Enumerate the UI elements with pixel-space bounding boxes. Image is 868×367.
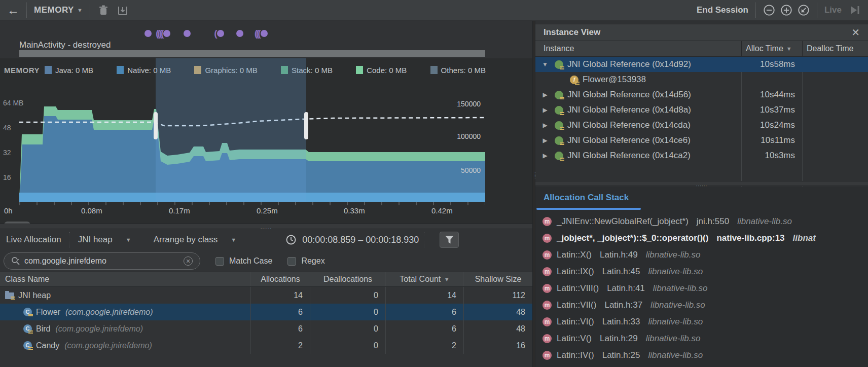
column-alloc-time[interactable]: Alloc Time▼ xyxy=(741,41,802,56)
column-dealloc-time[interactable]: Dealloc Time xyxy=(802,41,868,56)
instance-row[interactable]: ▶JNI Global Reference (0x14ca2) 10s3ms xyxy=(535,148,868,163)
filter-button[interactable] xyxy=(440,232,459,248)
instance-row[interactable]: ▶JNI Global Reference (0x14d8a) 10s37ms xyxy=(535,102,868,118)
horizontal-splitter[interactable]: :::::: xyxy=(0,224,532,229)
stack-frame[interactable]: mLatin::IV()Latin.h:25libnative-lib.so xyxy=(535,347,868,363)
touch-event-icon xyxy=(163,30,170,37)
stack-frame-selected[interactable]: m_jobject*, _jobject*)::$_0::operator()(… xyxy=(535,230,868,246)
x-axis-tick: 0h xyxy=(4,206,13,215)
heap-dropdown[interactable]: JNI heap▼ xyxy=(78,232,131,247)
live-button[interactable]: Live xyxy=(824,5,842,15)
method-icon: m xyxy=(542,317,552,326)
reset-zoom-icon[interactable] xyxy=(798,4,810,16)
regex-option[interactable]: Regex xyxy=(287,256,324,266)
column-shallow-size[interactable]: Shallow Size xyxy=(463,272,532,286)
touch-ripple-icon: ( xyxy=(214,28,215,39)
native-swatch-icon xyxy=(117,66,124,74)
column-class-name[interactable]: Class Name xyxy=(0,275,250,284)
zoom-in-icon[interactable] xyxy=(780,4,792,16)
count-axis-tick: 100000 xyxy=(450,132,481,140)
touch-event-icon xyxy=(184,30,191,37)
touch-event-icon xyxy=(217,30,224,37)
instance-row[interactable]: ▶JNI Global Reference (0x14ce6) 10s11ms xyxy=(535,133,868,148)
column-total-count[interactable]: Total Count ▼ xyxy=(385,272,463,286)
expand-arrow-icon[interactable]: ▶ xyxy=(539,122,551,129)
toolbar-divider xyxy=(424,232,424,247)
match-case-option[interactable]: Match Case xyxy=(215,256,272,266)
table-row-flower[interactable]: CFlower(com.google.jnirefdemo) 6 0 6 48 xyxy=(0,304,532,320)
memory-chart[interactable]: MEMORY Java: 0 MB Native: 0 MB Graphics:… xyxy=(0,58,532,235)
expand-arrow-icon[interactable]: ▶ xyxy=(539,91,551,98)
stack-frame[interactable]: mLatin::IX()Latin.h:45libnative-lib.so xyxy=(535,263,868,280)
sort-desc-icon: ▼ xyxy=(786,46,792,52)
close-icon[interactable]: ✕ xyxy=(851,26,860,39)
jni-ref-icon xyxy=(555,60,563,69)
jni-ref-icon xyxy=(555,152,563,160)
regex-label: Regex xyxy=(301,256,324,266)
match-case-checkbox[interactable] xyxy=(215,257,224,266)
y-axis-tick: 32 xyxy=(3,149,11,157)
expand-arrow-icon[interactable]: ▶ xyxy=(539,106,551,114)
legend-item-java: Java: 0 MB xyxy=(45,66,93,75)
stack-frame[interactable]: mLatin::VII()Latin.h:37libnative-lib.so xyxy=(535,297,868,313)
instance-row[interactable]: ▶JNI Global Reference (0x14cda) 10s24ms xyxy=(535,118,868,133)
timeline-selection-range[interactable] xyxy=(156,58,306,202)
clock-icon xyxy=(285,234,297,246)
expand-arrow-icon[interactable]: ▶ xyxy=(539,137,551,144)
memory-timeline-panel: (((( ( ((( MainActivity - destroyed MEMO… xyxy=(0,21,532,367)
java-swatch-icon xyxy=(45,66,52,74)
x-axis-tick: 0.25m xyxy=(257,206,278,215)
touch-ripple-icon: ((( xyxy=(255,28,260,39)
method-icon: m xyxy=(542,301,552,310)
toolbar-divider xyxy=(755,3,756,18)
instance-child-row[interactable]: fFlower@153938 xyxy=(535,72,868,87)
table-row-bird[interactable]: CBird(com.google.jnirefdemo) 6 0 6 48 xyxy=(0,320,532,337)
search-box[interactable]: ✕ xyxy=(4,252,200,270)
selection-handle-right[interactable] xyxy=(304,112,308,139)
table-row-jni-heap[interactable]: JNI heap 14 0 14 112 xyxy=(0,287,532,304)
expand-arrow-icon[interactable]: ▶ xyxy=(539,152,551,159)
class-table-header[interactable]: Class Name Allocations Deallocations Tot… xyxy=(0,272,532,287)
x-axis-ticks xyxy=(19,202,485,205)
stack-frame[interactable]: mLatin::X()Latin.h:49libnative-lib.so xyxy=(535,246,868,263)
instance-view-titlebar: Instance View ✕ xyxy=(535,24,868,41)
stack-frame[interactable]: mLatin::VIII()Latin.h:41libnative-lib.so xyxy=(535,280,868,297)
delete-session-button[interactable] xyxy=(97,4,110,16)
instance-row[interactable]: ▼JNI Global Reference (0x14d92) 10s58ms xyxy=(535,57,868,72)
instance-row[interactable]: ▶JNI Global Reference (0x14d56) 10s44ms xyxy=(535,87,868,102)
x-axis-tick: 0.08m xyxy=(81,206,102,215)
stack-frame[interactable]: mLatin::V()Latin.h:29libnative-lib.so xyxy=(535,330,868,347)
arrange-dropdown[interactable]: Arrange by class▼ xyxy=(154,232,237,247)
search-input[interactable] xyxy=(24,256,184,266)
export-recording-button[interactable] xyxy=(117,4,129,16)
legend-item-code: Code: 0 MB xyxy=(356,66,407,75)
legend-item-others: Others: 0 MB xyxy=(430,66,486,75)
column-deallocations[interactable]: Deallocations xyxy=(310,272,385,286)
stack-frame[interactable]: mLatin::VI()Latin.h:33libnative-lib.so xyxy=(535,313,868,330)
chevron-down-icon: ▼ xyxy=(126,237,131,243)
collapse-arrow-icon[interactable]: ▼ xyxy=(539,61,551,68)
tab-allocation-call-stack[interactable]: Allocation Call Stack xyxy=(544,193,629,203)
toolbar-divider xyxy=(90,3,90,18)
table-row-candy[interactable]: CCandy(com.google.jnirefdemo) 2 0 2 16 xyxy=(0,337,532,354)
x-axis-tick: 0.42m xyxy=(431,206,453,215)
stack-frame[interactable]: m_JNIEnv::NewGlobalRef(_jobject*)jni.h:5… xyxy=(535,213,868,230)
skip-to-live-icon[interactable] xyxy=(849,4,861,16)
end-session-button[interactable]: End Session xyxy=(697,5,748,15)
live-allocation-label: Live Allocation xyxy=(6,235,61,245)
method-icon: m xyxy=(542,250,552,260)
search-icon xyxy=(11,256,20,266)
count-axis-tick: 150000 xyxy=(450,100,481,108)
selection-handle-left[interactable] xyxy=(154,112,158,139)
column-instance[interactable]: Instance xyxy=(535,44,741,53)
profiler-session-dropdown[interactable]: MEMORY ▼ xyxy=(34,5,83,15)
sort-desc-icon: ▼ xyxy=(444,276,450,282)
column-allocations[interactable]: Allocations xyxy=(250,272,310,286)
touch-event-icon xyxy=(236,30,243,37)
zoom-out-icon[interactable] xyxy=(763,4,775,16)
back-icon[interactable]: ← xyxy=(7,4,19,16)
horizontal-splitter[interactable]: :::::: xyxy=(535,181,868,186)
regex-checkbox[interactable] xyxy=(287,257,296,266)
x-axis-tick: 0.17m xyxy=(169,206,190,215)
clear-search-icon[interactable]: ✕ xyxy=(184,256,193,266)
